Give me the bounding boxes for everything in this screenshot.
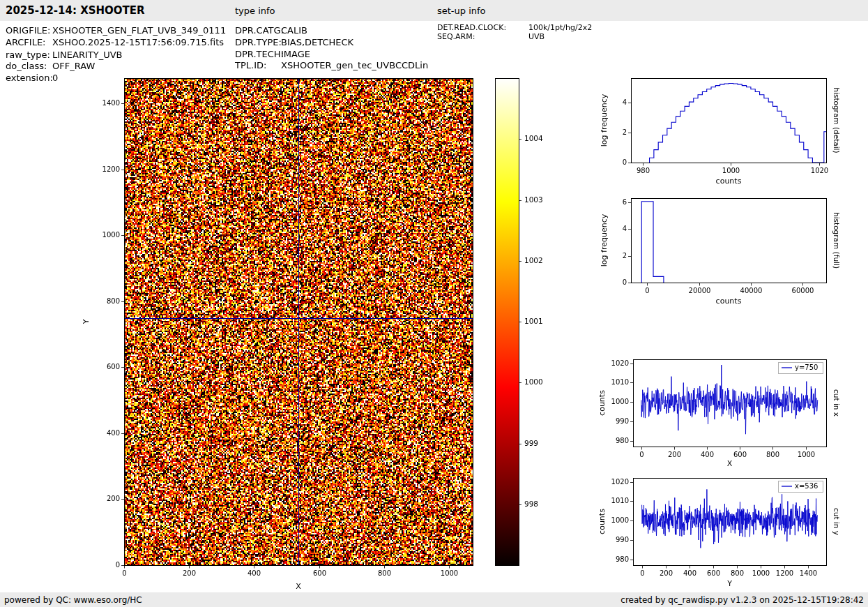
meta-doclass-value: OFF_RAW <box>52 61 95 71</box>
setup-info-heading: set-up info <box>437 6 486 16</box>
meta-extension-label: extension: <box>6 73 53 83</box>
meta-tplid-label: TPL.ID: <box>235 60 266 70</box>
meta-readclock-value: 100k/1pt/hg/2x2 <box>528 23 592 32</box>
footer-credit-left: powered by QC: www.eso.org/HC <box>4 595 142 605</box>
charts-canvas <box>0 0 868 607</box>
meta-dprtech-value: IMAGE <box>281 49 310 59</box>
qc-report-page: 2025-12-14: XSHOOTER type info set-up in… <box>0 0 868 607</box>
footer-credit-right: created by qc_rawdisp.py v1.2.3 on 2025-… <box>620 595 864 605</box>
footer-bar: powered by QC: www.eso.org/HC created by… <box>0 592 868 607</box>
header-bar: 2025-12-14: XSHOOTER type info set-up in… <box>0 0 868 21</box>
meta-dprtype-label: DPR.TYPE: <box>235 37 282 47</box>
meta-origfile-label: ORIGFILE: <box>6 25 50 36</box>
meta-rawtype-label: raw_type: <box>6 50 50 60</box>
meta-rawtype-value: LINEARITY_UVB <box>52 50 122 60</box>
type-info-heading: type info <box>235 6 275 16</box>
page-title: 2025-12-14: XSHOOTER <box>6 4 145 17</box>
meta-origfile-value: XSHOOTER_GEN_FLAT_UVB_349_0111 <box>52 25 226 36</box>
meta-readclock-label: DET.READ.CLOCK: <box>437 23 506 32</box>
meta-doclass-label: do_class: <box>6 61 47 71</box>
meta-dprcatg-label: DPR.CATG: <box>235 25 284 36</box>
meta-seqarm-label: SEQ.ARM: <box>437 32 475 41</box>
meta-extension-value: 0 <box>52 73 58 83</box>
meta-arcfile-label: ARCFILE: <box>6 37 46 47</box>
meta-arcfile-value: XSHOO.2025-12-15T17:56:09.715.fits <box>52 37 224 47</box>
meta-tplid-value: XSHOOTER_gen_tec_UVBCCDLin <box>281 60 428 70</box>
meta-dprtech-label: DPR.TECH: <box>235 49 284 59</box>
meta-dprtype-value: BIAS,DETCHECK <box>281 37 353 47</box>
meta-dprcatg-value: CALIB <box>281 25 307 36</box>
meta-seqarm-value: UVB <box>528 32 545 41</box>
